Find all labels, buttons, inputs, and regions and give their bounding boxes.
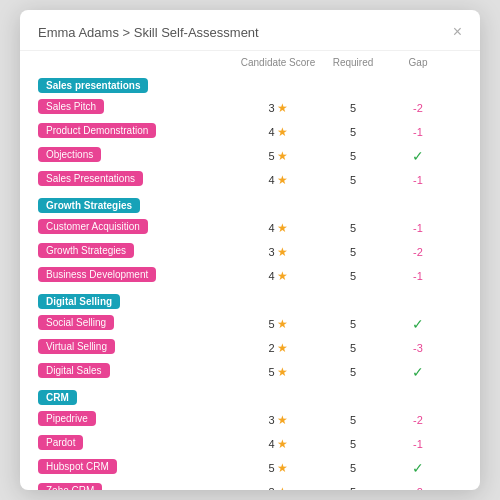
star-icon: ★ [277,149,288,163]
gap-cell: -1 [388,126,448,138]
score-value: 2 [268,342,274,354]
score-value: 5 [268,462,274,474]
skill-row: Customer Acquisition4★5-1 [20,216,480,240]
skill-tag: Objections [38,147,101,162]
skill-tag: Virtual Selling [38,339,115,354]
score-cell: 5★ [238,317,318,331]
required-cell: 5 [318,486,388,490]
required-cell: 5 [318,150,388,162]
gap-cell: ✓ [388,460,448,476]
score-cell: 4★ [238,221,318,235]
skill-row: Zoho CRM3★5-2 [20,480,480,490]
required-cell: 5 [318,414,388,426]
skill-row: Hubspot CRM5★5✓ [20,456,480,480]
score-value: 4 [268,174,274,186]
star-icon: ★ [277,125,288,139]
skill-tag: Social Selling [38,315,114,330]
gap-cell: -2 [388,486,448,490]
skill-row: Pardot4★5-1 [20,432,480,456]
skill-tag: Business Development [38,267,156,282]
section-label-0: Sales presentations [38,78,148,93]
required-cell: 5 [318,222,388,234]
required-cell: 5 [318,366,388,378]
gap-cell: -2 [388,246,448,258]
gap-cell: ✓ [388,364,448,380]
score-cell: 5★ [238,365,318,379]
score-value: 5 [268,150,274,162]
skill-tag: Product Demonstration [38,123,156,138]
col-required: Required [318,57,388,68]
required-cell: 5 [318,102,388,114]
score-value: 4 [268,222,274,234]
skill-row: Product Demonstration4★5-1 [20,120,480,144]
star-icon: ★ [277,245,288,259]
gap-cell: -1 [388,438,448,450]
skill-row: Pipedrive3★5-2 [20,408,480,432]
gap-cell: -2 [388,414,448,426]
section-label-3: CRM [38,390,77,405]
skill-tag: Growth Strategies [38,243,134,258]
score-value: 3 [268,102,274,114]
skill-tag: Sales Presentations [38,171,143,186]
skill-row: Business Development4★5-1 [20,264,480,288]
modal-title: Emma Adams > Skill Self-Assessment [38,25,259,40]
score-cell: 5★ [238,149,318,163]
score-cell: 4★ [238,269,318,283]
star-icon: ★ [277,221,288,235]
required-cell: 5 [318,318,388,330]
score-cell: 4★ [238,125,318,139]
score-cell: 3★ [238,101,318,115]
required-cell: 5 [318,126,388,138]
star-icon: ★ [277,437,288,451]
skill-row: Sales Pitch3★5-2 [20,96,480,120]
score-cell: 3★ [238,485,318,490]
star-icon: ★ [277,173,288,187]
required-cell: 5 [318,342,388,354]
col-candidate-score: Candidate Score [238,57,318,68]
gap-cell: ✓ [388,148,448,164]
skill-tag: Customer Acquisition [38,219,148,234]
section-label-2: Digital Selling [38,294,120,309]
score-cell: 3★ [238,413,318,427]
skill-tag: Hubspot CRM [38,459,117,474]
star-icon: ★ [277,413,288,427]
required-cell: 5 [318,270,388,282]
modal-body: Candidate Score Required Gap Sales prese… [20,51,480,490]
skill-tag: Sales Pitch [38,99,104,114]
star-icon: ★ [277,317,288,331]
col-skill [38,57,238,68]
score-value: 3 [268,246,274,258]
score-cell: 4★ [238,437,318,451]
score-cell: 3★ [238,245,318,259]
skill-row: Virtual Selling2★5-3 [20,336,480,360]
skill-row: Objections5★5✓ [20,144,480,168]
modal: Emma Adams > Skill Self-Assessment × Can… [20,10,480,490]
required-cell: 5 [318,462,388,474]
star-icon: ★ [277,101,288,115]
skill-tag: Digital Sales [38,363,110,378]
star-icon: ★ [277,269,288,283]
skill-row: Sales Presentations4★5-1 [20,168,480,192]
required-cell: 5 [318,246,388,258]
gap-cell: -2 [388,102,448,114]
skill-row: Social Selling5★5✓ [20,312,480,336]
gap-cell: -1 [388,222,448,234]
gap-cell: ✓ [388,316,448,332]
col-gap: Gap [388,57,448,68]
gap-cell: -1 [388,270,448,282]
skill-row: Growth Strategies3★5-2 [20,240,480,264]
skill-row: Digital Sales5★5✓ [20,360,480,384]
modal-header: Emma Adams > Skill Self-Assessment × [20,10,480,51]
score-value: 3 [268,486,274,490]
skill-tag: Pardot [38,435,83,450]
score-value: 4 [268,438,274,450]
sections-container: Sales presentationsSales Pitch3★5-2Produ… [20,72,480,490]
star-icon: ★ [277,365,288,379]
score-value: 5 [268,318,274,330]
required-cell: 5 [318,438,388,450]
score-value: 5 [268,366,274,378]
close-button[interactable]: × [453,24,462,40]
score-value: 3 [268,414,274,426]
section-label-1: Growth Strategies [38,198,140,213]
required-cell: 5 [318,174,388,186]
